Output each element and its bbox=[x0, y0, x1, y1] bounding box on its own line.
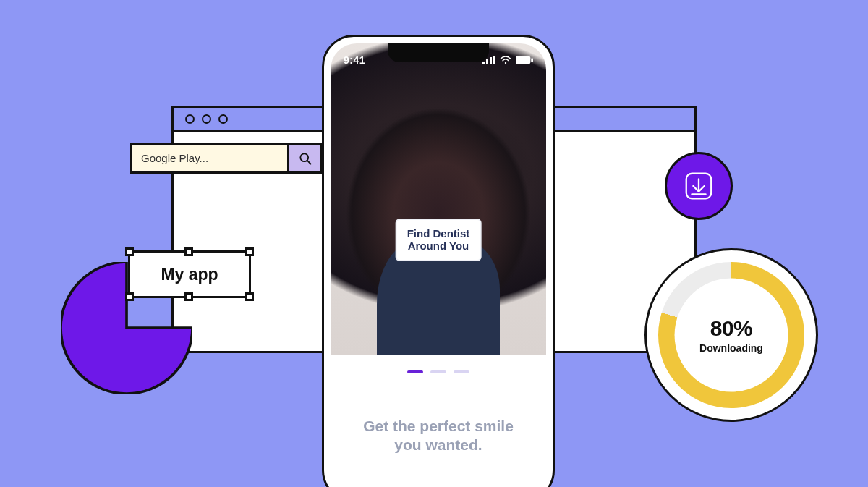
indicator-dot[interactable] bbox=[407, 370, 423, 373]
phone-frame: 9:41 Find Dentist Around You bbox=[322, 35, 555, 487]
search-placeholder: Google Play... bbox=[141, 152, 208, 164]
progress-percent: 80% bbox=[699, 316, 763, 341]
search-icon bbox=[298, 151, 312, 166]
progress-donut: 80% Downloading bbox=[644, 248, 818, 422]
battery-icon bbox=[516, 56, 533, 64]
resize-handle[interactable] bbox=[184, 292, 193, 301]
progress-label: Downloading bbox=[699, 342, 763, 354]
page-indicator bbox=[331, 362, 546, 382]
composition-stage: Google Play... My app bbox=[0, 0, 868, 487]
tagline: Get the perfect smile you wanted. bbox=[331, 417, 546, 455]
svg-rect-10 bbox=[516, 56, 530, 64]
resize-handle[interactable] bbox=[184, 247, 193, 256]
search-button[interactable] bbox=[287, 145, 320, 171]
resize-handle[interactable] bbox=[125, 247, 134, 256]
svg-rect-5 bbox=[482, 62, 485, 64]
svg-rect-8 bbox=[493, 56, 495, 64]
traffic-dot bbox=[202, 114, 211, 124]
selection-card-label: My app bbox=[161, 265, 218, 284]
traffic-dot bbox=[185, 114, 195, 124]
find-dentist-button[interactable]: Find Dentist Around You bbox=[396, 219, 482, 261]
cta-line: Find Dentist bbox=[407, 227, 470, 240]
wifi-icon bbox=[500, 56, 511, 64]
svg-point-9 bbox=[505, 62, 506, 64]
svg-rect-6 bbox=[486, 59, 488, 64]
tagline-line: you wanted. bbox=[346, 436, 530, 454]
status-time: 9:41 bbox=[344, 54, 365, 66]
svg-rect-11 bbox=[531, 58, 533, 62]
indicator-dot[interactable] bbox=[454, 370, 469, 373]
resize-handle[interactable] bbox=[245, 292, 254, 301]
phone-notch bbox=[388, 43, 489, 62]
download-medallion[interactable] bbox=[665, 152, 733, 220]
svg-rect-7 bbox=[490, 57, 492, 64]
phone-screen: 9:41 Find Dentist Around You bbox=[331, 43, 546, 487]
traffic-dot bbox=[218, 114, 228, 124]
download-icon bbox=[682, 169, 715, 203]
svg-line-1 bbox=[307, 160, 310, 164]
indicator-dot[interactable] bbox=[430, 370, 446, 373]
tagline-line: Get the perfect smile bbox=[346, 417, 530, 436]
selection-card[interactable]: My app bbox=[128, 250, 251, 298]
hero-photo: 9:41 Find Dentist Around You bbox=[331, 43, 546, 355]
resize-handle[interactable] bbox=[125, 292, 134, 301]
cta-line: Around You bbox=[407, 240, 470, 252]
search-bar[interactable]: Google Play... bbox=[130, 143, 323, 174]
resize-handle[interactable] bbox=[245, 247, 254, 256]
search-input[interactable]: Google Play... bbox=[132, 145, 287, 171]
